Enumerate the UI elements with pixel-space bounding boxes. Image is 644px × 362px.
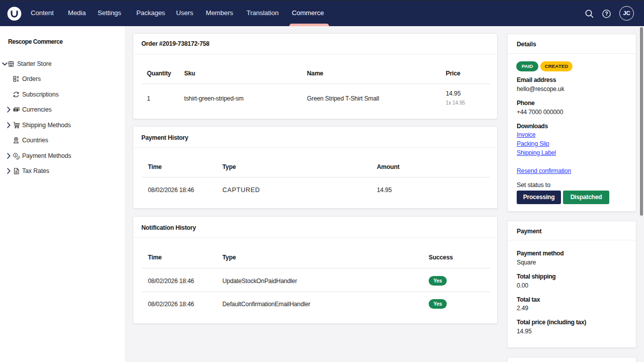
svg-text:1: 1 xyxy=(15,153,17,157)
svg-text:?: ? xyxy=(605,11,608,17)
